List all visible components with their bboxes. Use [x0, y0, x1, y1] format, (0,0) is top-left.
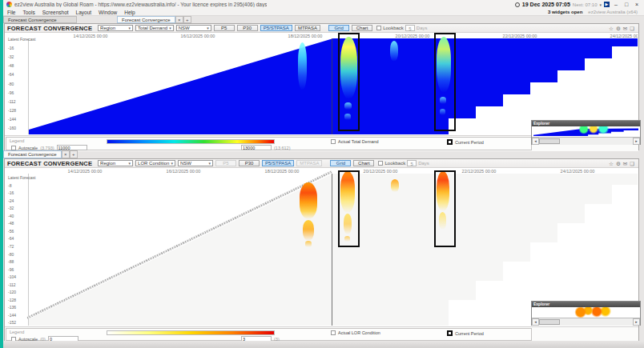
- y-axis-label: -64: [8, 236, 14, 241]
- settings-gear-icon[interactable]: ⚙: [616, 160, 621, 167]
- lookback-value[interactable]: 5: [407, 160, 417, 166]
- scroll-right-icon[interactable]: ▸: [633, 138, 640, 145]
- widget-header: FORECAST CONVERGENCERegion▾LOR Condition…: [5, 159, 638, 168]
- button-p5[interactable]: P5: [215, 160, 236, 166]
- scroll-left-icon[interactable]: ◂: [532, 138, 539, 145]
- y-axis-label: -24: [8, 198, 14, 203]
- scale-max-input[interactable]: [241, 145, 272, 150]
- highlight-box: [338, 33, 360, 131]
- explorer-minimap[interactable]: [532, 307, 640, 318]
- scroll-left-icon[interactable]: ◂: [532, 318, 539, 326]
- heatmap-hotspot: [298, 42, 307, 90]
- x-axis-label: 16/12/2025 00:00: [181, 34, 215, 38]
- lookback-label: Lookback: [384, 161, 405, 166]
- time-dropdown-caret-icon[interactable]: ▾: [599, 2, 602, 7]
- title-bar: ez2view Australia by Global Roam - https…: [3, 0, 644, 9]
- button-chart[interactable]: Chart: [353, 160, 374, 166]
- tab-forecast-convergence-1[interactable]: Forecast Convergence: [3, 16, 77, 23]
- scrollbar-track[interactable]: [560, 138, 633, 145]
- explorer-minimap[interactable]: [532, 126, 640, 138]
- minimap-hotspots: [532, 307, 640, 318]
- current-period-checkbox[interactable]: [447, 330, 453, 336]
- select-nsw[interactable]: NSW▾: [176, 25, 211, 31]
- scale-min-input[interactable]: [57, 145, 87, 150]
- scrollbar-thumb[interactable]: [539, 138, 560, 144]
- y-axis-label: -104: [8, 274, 16, 279]
- chevron-down-icon: ▾: [171, 161, 173, 166]
- maximize-button[interactable]: □: [622, 1, 630, 9]
- favorite-star-icon[interactable]: ☆: [609, 25, 614, 32]
- button-grid[interactable]: Grid: [328, 25, 349, 31]
- lookback-checkbox[interactable]: [378, 161, 383, 166]
- y-axis-label: -80: [8, 252, 14, 257]
- select-lor-condition[interactable]: LOR Condition▾: [135, 160, 175, 166]
- minimize-button[interactable]: –: [612, 1, 620, 9]
- x-axis-label: 14/12/2025 00:00: [68, 169, 103, 174]
- menu-screenshot[interactable]: Screenshot: [42, 10, 69, 15]
- tab-label: Forecast Convergence: [122, 18, 171, 22]
- button-p5[interactable]: P5: [214, 25, 235, 31]
- scrollbar-track[interactable]: [560, 318, 633, 326]
- y-axis-label: -128: [8, 108, 16, 113]
- scrollbar-thumb[interactable]: [539, 319, 560, 325]
- button-p5-stpasa[interactable]: P5/STPASA: [260, 25, 292, 31]
- select-region[interactable]: Region▾: [98, 160, 133, 166]
- y-axis-label: -48: [8, 221, 14, 226]
- tab-add-icon[interactable]: +: [70, 150, 78, 158]
- current-period-checkbox[interactable]: [447, 139, 453, 145]
- highlight-box: [434, 33, 456, 131]
- button-grid[interactable]: Grid: [330, 160, 351, 166]
- actual-demand-checkbox[interactable]: [331, 139, 336, 144]
- build-note: ez2view Australia (x64): [588, 10, 638, 14]
- popout-icon[interactable]: ❏: [630, 25, 634, 32]
- widgets-open-count: 3 widgets open: [548, 10, 582, 14]
- menu-layout[interactable]: Layout: [76, 10, 92, 15]
- y-axis-label: -72: [8, 244, 14, 249]
- explorer-title: Explorer: [532, 121, 640, 126]
- button-mtpasa[interactable]: MTPASA: [295, 25, 320, 31]
- scroll-right-icon[interactable]: ▸: [633, 318, 640, 326]
- autoscale-checkbox[interactable]: [11, 146, 16, 150]
- current-period-checkbox-group: Current Period: [447, 139, 484, 145]
- y-axis-label: -96: [8, 90, 14, 95]
- legend-panel: Legend Autoscale (0) (3) Actual LOR Cond…: [6, 328, 532, 341]
- button-p5-stpasa[interactable]: P5/STPASA: [262, 160, 294, 166]
- select-value: NSW: [180, 161, 191, 166]
- settings-gear-icon[interactable]: ⚙: [616, 25, 621, 32]
- share-icon[interactable]: ✉: [623, 25, 627, 32]
- tab-close-icon[interactable]: ×: [175, 16, 183, 23]
- y-axis-label: -16: [8, 190, 14, 195]
- select-region[interactable]: Region▾: [98, 25, 133, 31]
- x-axis-label: 20/12/2025 00:00: [396, 34, 430, 38]
- menu-help[interactable]: Help: [124, 10, 135, 15]
- titlebar-right: 19 Dec 2025 07:05 Next: 07:10 ▾ ▶ – □ ×: [515, 1, 641, 9]
- share-icon[interactable]: ✉: [623, 160, 627, 167]
- y-axis-label: -120: [8, 290, 16, 294]
- heatmap-hotspot: [390, 41, 398, 62]
- tab-forecast-convergence-2[interactable]: Forecast Convergence: [117, 16, 175, 23]
- button-mtpasa[interactable]: MTPASA: [296, 160, 322, 166]
- popout-icon[interactable]: ❏: [630, 160, 634, 167]
- select-total-demand[interactable]: Total Demand▾: [135, 25, 174, 31]
- close-button[interactable]: ×: [633, 1, 641, 9]
- menu-file[interactable]: File: [7, 10, 15, 15]
- favorite-star-icon[interactable]: ☆: [609, 160, 614, 167]
- lookback-value[interactable]: 5: [405, 25, 415, 31]
- select-value: Region: [100, 26, 115, 30]
- tab-add-icon[interactable]: +: [183, 16, 191, 23]
- select-nsw[interactable]: NSW▾: [178, 160, 213, 166]
- color-scale-bar: [107, 330, 275, 335]
- button-p30[interactable]: P30: [239, 160, 260, 166]
- current-time[interactable]: 19 Dec 2025 07:05: [522, 2, 570, 7]
- select-value: NSW: [179, 26, 190, 30]
- tab-forecast-convergence-3[interactable]: Forecast Convergence: [3, 150, 62, 158]
- menu-tools[interactable]: Tools: [22, 10, 34, 15]
- lookback-checkbox[interactable]: [376, 26, 381, 30]
- tab-close-icon[interactable]: ×: [62, 150, 70, 158]
- app-taskbar-icon: ▶: [604, 2, 610, 7]
- button-p30[interactable]: P30: [237, 25, 258, 31]
- y-axis-label: -32: [8, 54, 14, 59]
- actual-lor-checkbox[interactable]: [331, 330, 336, 335]
- button-chart[interactable]: Chart: [352, 25, 372, 31]
- menu-window[interactable]: Window: [99, 10, 117, 15]
